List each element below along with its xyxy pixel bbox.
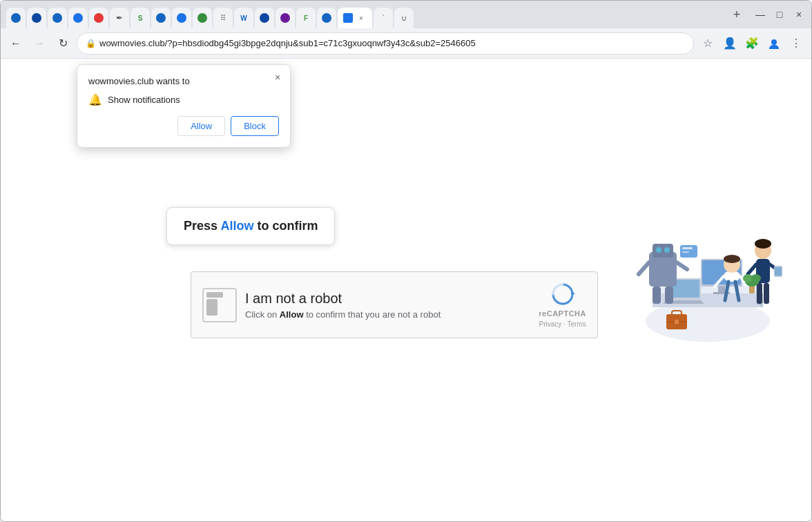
svg-rect-28 — [775, 267, 782, 276]
url-text: wowmovies.club/?p=hbsdiodbg45gi3bpge2dqn… — [99, 38, 685, 48]
press-allow-banner: Press Allow to confirm — [166, 207, 335, 245]
svg-line-33 — [639, 262, 649, 274]
tab-item[interactable]: F — [296, 8, 316, 28]
active-tab-favicon — [343, 13, 353, 23]
recaptcha-label: reCAPTCHA — [539, 309, 586, 318]
close-button[interactable]: × — [792, 8, 806, 21]
svg-rect-8 — [718, 287, 725, 292]
refresh-button[interactable]: ↻ — [53, 34, 72, 53]
block-button[interactable]: Block — [231, 116, 279, 136]
forward-button[interactable]: → — [30, 34, 49, 53]
allow-button[interactable]: Allow — [177, 116, 225, 136]
minimize-button[interactable]: — — [753, 8, 767, 21]
active-tab[interactable]: × — [338, 8, 372, 28]
svg-point-15 — [724, 255, 740, 263]
menu-button[interactable]: ⋮ — [786, 34, 806, 53]
captcha-icon — [202, 288, 237, 322]
tab-item[interactable]: W — [234, 8, 253, 28]
press-allow-text-before: Press — [184, 219, 220, 233]
tab-close-button[interactable]: × — [356, 12, 367, 23]
svg-rect-30 — [652, 244, 673, 258]
svg-rect-47 — [675, 320, 679, 324]
svg-rect-38 — [682, 247, 693, 249]
tab-item[interactable] — [89, 8, 108, 28]
illustration — [611, 162, 784, 356]
bookmark-button[interactable]: ☆ — [698, 34, 717, 53]
tab-item[interactable] — [6, 8, 26, 28]
svg-point-42 — [743, 274, 753, 282]
captcha-subtitle-before: Click on — [245, 309, 280, 320]
tab-item[interactable]: ⠿ — [213, 8, 233, 28]
tab-item[interactable]: S — [130, 8, 150, 28]
recaptcha-logo-area: reCAPTCHA Privacy · Terms — [528, 282, 586, 328]
new-tab-button[interactable]: + — [727, 5, 746, 24]
bell-icon: 🔔 — [88, 93, 102, 106]
svg-rect-31 — [656, 247, 661, 253]
popup-title: wowmovies.club wants to — [88, 76, 279, 86]
tab-item[interactable] — [276, 8, 295, 28]
tab-item[interactable] — [27, 8, 46, 28]
captcha-title: I am not a robot — [245, 291, 441, 307]
privacy-link[interactable]: Privacy — [539, 320, 562, 328]
svg-rect-36 — [665, 287, 673, 304]
captcha-icon-bar1 — [206, 292, 223, 298]
popup-close-button[interactable]: × — [271, 70, 284, 84]
browser-window: ✒ S ⠿ W F × ` ∪ + — □ × ← → — [0, 0, 812, 522]
separator: · — [563, 320, 566, 328]
captcha-subtitle-after: to confirm that you are not a robot — [304, 309, 441, 320]
svg-rect-35 — [652, 287, 661, 304]
svg-rect-23 — [757, 283, 762, 304]
captcha-checkbox-area: I am not a robot Click on Allow to confi… — [202, 288, 528, 322]
notification-popup: × wowmovies.club wants to 🔔 Show notific… — [77, 64, 291, 148]
press-allow-word: Allow — [220, 219, 253, 233]
captcha-text-area: I am not a robot Click on Allow to confi… — [245, 291, 441, 320]
tab-strip: ✒ S ⠿ W F × ` ∪ — [6, 1, 723, 28]
toolbar-icons: ☆ 👤 🧩 ⋮ — [698, 34, 806, 53]
captcha-icon-bar2 — [206, 299, 218, 316]
tab-item[interactable] — [255, 8, 274, 28]
window-controls: — □ × — [753, 8, 806, 21]
svg-rect-37 — [680, 245, 697, 258]
permission-text: Show notifications — [108, 95, 180, 105]
extensions-button[interactable]: 🧩 — [742, 34, 762, 53]
lock-icon: 🔒 — [86, 39, 95, 48]
tab-item[interactable]: ∪ — [394, 8, 414, 28]
tab-item[interactable] — [193, 8, 212, 28]
popup-permission: 🔔 Show notifications — [88, 93, 279, 106]
tab-item[interactable] — [151, 8, 171, 28]
captcha-subtitle: Click on Allow to confirm that you are n… — [245, 309, 441, 320]
svg-point-22 — [755, 239, 771, 249]
toolbar: ← → ↻ 🔒 wowmovies.club/?p=hbsdiodbg45gi3… — [1, 28, 811, 59]
svg-line-25 — [748, 264, 756, 274]
title-bar: ✒ S ⠿ W F × ` ∪ + — □ × — [1, 1, 811, 28]
terms-link[interactable]: Terms — [568, 320, 586, 328]
recaptcha-spinner — [550, 282, 575, 307]
svg-line-34 — [677, 262, 687, 269]
page-content: × wowmovies.club wants to 🔔 Show notific… — [1, 59, 811, 521]
captcha-container: I am not a robot Click on Allow to confi… — [191, 271, 598, 338]
tab-item[interactable] — [68, 8, 88, 28]
maximize-button[interactable]: □ — [773, 8, 786, 21]
tab-item[interactable] — [48, 8, 67, 28]
tab-item[interactable]: ` — [374, 8, 393, 28]
tab-item[interactable]: ✒ — [110, 8, 129, 28]
press-allow-text-after: to confirm — [253, 219, 318, 233]
back-button[interactable]: ← — [6, 34, 26, 53]
tab-item[interactable] — [172, 8, 191, 28]
svg-point-0 — [771, 39, 777, 45]
svg-rect-24 — [764, 283, 769, 304]
popup-buttons: Allow Block — [88, 116, 279, 136]
captcha-allow-word: Allow — [280, 309, 304, 320]
account-button[interactable] — [764, 34, 784, 53]
profile-icon-button[interactable]: 👤 — [720, 34, 740, 53]
svg-point-43 — [751, 274, 761, 282]
tab-item[interactable] — [317, 8, 336, 28]
svg-rect-39 — [682, 251, 689, 253]
address-bar[interactable]: 🔒 wowmovies.club/?p=hbsdiodbg45gi3bpge2d… — [77, 32, 694, 55]
recaptcha-links: Privacy · Terms — [539, 320, 586, 328]
svg-rect-32 — [664, 247, 670, 253]
